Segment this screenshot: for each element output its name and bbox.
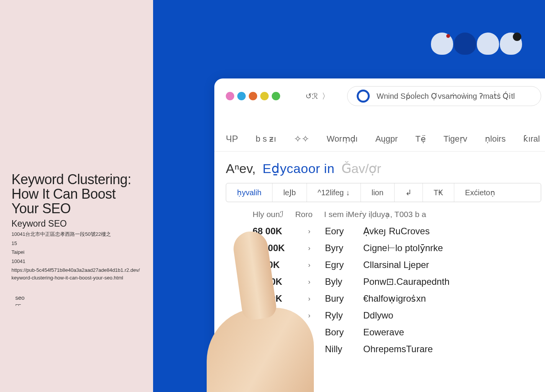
- address-city: Taipei: [11, 248, 142, 256]
- row-count: 82 00K: [253, 293, 297, 304]
- logo-blob: [454, 33, 476, 55]
- table-row[interactable]: S0 00K›NillyOhrepemsTurare: [253, 341, 541, 358]
- tab-sparkle-icon[interactable]: ✧✧: [294, 134, 309, 144]
- site-icon: [357, 90, 370, 103]
- content-area: Aⁿev, Eḏycaoor in Ǧav/ợr ḥyvalih leͿb ^1…: [214, 152, 545, 374]
- table-row[interactable]: 17 00Ḳ›RylyDdlywo: [253, 307, 541, 324]
- browser-toolbar: ↺ℛ 〉 Wnind Sṕoĺech Ợvsaṁoẁing ʔmaṫṡ Q́i̇…: [214, 78, 545, 111]
- chevron-right-icon: ›: [308, 345, 313, 353]
- tab-bar: ЧP b s ƶı ✧✧ Worṃḍı Aųgpr Tẹ̈ Tigeṛv ṇlo…: [214, 111, 545, 152]
- row-term: Ddlywo: [363, 310, 393, 321]
- tab-loop-icon[interactable]: ЧP: [226, 134, 238, 144]
- history-icon[interactable]: ↺ℛ: [305, 91, 318, 101]
- filter-cell[interactable]: lion: [361, 183, 395, 202]
- row-term: €halfoẉigroṡxn: [363, 293, 426, 304]
- heading-part: Eḏycaoor in: [263, 161, 335, 176]
- row-count: 80 00K: [253, 276, 297, 287]
- logo-blob: [500, 33, 522, 55]
- results-list: 68 00K›EoryẠvkeȷ RuCroves 1.3 00K›ByryCi…: [226, 223, 541, 374]
- row-count: 17 00Ḳ: [253, 310, 297, 321]
- sidebar: Keyword Clustering: How It Can Boost You…: [0, 0, 153, 392]
- address-postcode: 10041: [11, 258, 142, 265]
- dot-icon: [260, 92, 269, 100]
- source-url[interactable]: https://pub-5c454f571b8e40a3a2aad27ade84…: [11, 266, 142, 281]
- filter-cell[interactable]: ^12lifeg ↓: [307, 183, 361, 202]
- tab-item[interactable]: Tẹ̈: [415, 134, 426, 144]
- row-term: Eowerave: [363, 327, 404, 338]
- tab-item[interactable]: ṇloirs: [485, 134, 506, 144]
- row-type: Bory: [325, 327, 352, 338]
- tab-item[interactable]: Aųgpr: [375, 134, 398, 144]
- row-count: 8Ŀ 00K: [253, 361, 297, 371]
- address-bar[interactable]: Wnind Sṕoĺech Ợvsaṁoẁing ʔmaṫṡ Q́i̇tl: [347, 86, 541, 106]
- chevron-right-icon: ›: [308, 362, 313, 370]
- filter-cell[interactable]: ḥyvalih: [226, 183, 272, 202]
- row-term: Ponw⊡.Caurapednth: [363, 276, 449, 287]
- row-count: 1.3 00K: [253, 243, 297, 253]
- heading-part: Ǧav/ợr: [341, 161, 381, 176]
- browser-window: ↺ℛ 〉 Wnind Sṕoĺech Ợvsaṁoẁing ʔmaṫṡ Q́i̇…: [214, 78, 545, 392]
- chevron-right-icon: ›: [308, 244, 313, 252]
- row-term: Cigne⊢lo ptolȳnrke: [363, 243, 443, 253]
- address-number: 15: [11, 240, 142, 247]
- heading-part: Aⁿev,: [226, 161, 256, 176]
- row-count: 8I 00K: [253, 260, 297, 270]
- seo-badge-label: seo: [15, 294, 24, 301]
- table-header: Hly ounℐ Roro I sem iMeṙy iļduyạ, T003 b…: [226, 202, 541, 223]
- table-row[interactable]: 1.3 00K›ByryCigne⊢lo ptolȳnrke: [253, 240, 541, 256]
- main-panel: ↺ℛ 〉 Wnind Sṕoĺech Ợvsaṁoẁing ʔmaṫṡ Q́i̇…: [153, 0, 545, 392]
- tab-item[interactable]: Tigeṛv: [444, 134, 467, 144]
- row-type: Bury: [325, 293, 352, 304]
- chevron-right-icon: ›: [308, 278, 313, 286]
- row-term: Ạvkeȷ RuCroves: [363, 226, 430, 237]
- row-type: Nilly: [325, 344, 352, 354]
- logo-cluster: [431, 33, 522, 55]
- filter-cell[interactable]: ↲: [395, 183, 423, 202]
- table-row[interactable]: 32 00K›BoryEowerave: [253, 324, 541, 341]
- row-term: OhrepemsTurare: [363, 344, 433, 354]
- table-row[interactable]: 80 00K›BylyPonw⊡.Caurapednth: [253, 273, 541, 290]
- row-type: Egry: [325, 260, 352, 270]
- tab-item[interactable]: ƙıral: [523, 134, 540, 144]
- table-row[interactable]: 68 00K›EoryẠvkeȷ RuCroves: [253, 223, 541, 240]
- row-count: 32 00K: [253, 327, 297, 338]
- row-count: 68 00K: [253, 226, 297, 237]
- expand-icon: ⌐ ⌐: [15, 302, 20, 307]
- row-type: Ryly: [325, 310, 352, 321]
- chevron-right-icon: ›: [308, 261, 313, 269]
- row-type: Byry: [325, 243, 352, 253]
- table-row[interactable]: 8Ŀ 00K›: [253, 358, 541, 374]
- dot-icon: [249, 92, 257, 100]
- column-header: I sem iMeṙy iļduyạ, T003 b a: [324, 210, 426, 219]
- seo-badge: seo ⌐ ⌐: [11, 293, 28, 309]
- dot-icon: [237, 92, 246, 100]
- row-type: Byly: [325, 276, 352, 287]
- content-heading: Aⁿev, Eḏycaoor in Ǧav/ợr: [226, 161, 541, 176]
- filter-cell[interactable]: Exćietoṇ: [454, 183, 506, 202]
- row-type: Eory: [325, 226, 352, 237]
- row-count: S0 00K: [253, 344, 297, 354]
- address-text: Wnind Sṕoĺech Ợvsaṁoẁing ʔmaṫṡ Q́i̇tl: [377, 91, 515, 101]
- logo-blob: [477, 33, 499, 55]
- chevron-right-icon: ›: [308, 227, 313, 235]
- forward-icon[interactable]: 〉: [322, 91, 330, 101]
- dot-icon: [272, 92, 280, 100]
- tab-item[interactable]: Worṃḍı: [327, 134, 358, 144]
- filter-cell[interactable]: T₭: [423, 183, 454, 202]
- column-header: Hly ounℐ: [253, 210, 284, 219]
- window-controls[interactable]: [226, 92, 280, 100]
- chevron-right-icon: ›: [308, 295, 313, 303]
- column-header: Roro: [295, 210, 313, 219]
- tab-item[interactable]: b s ƶı: [256, 134, 276, 144]
- page-title: Keyword Clustering: How It Can Boost You…: [11, 172, 142, 216]
- table-row[interactable]: 8I 00K›EgryCllarsinal Ljeper: [253, 256, 541, 273]
- page-subtitle: Keyword SEO: [11, 219, 142, 229]
- chevron-right-icon: ›: [308, 312, 313, 320]
- address-line: 10041台北市中正區忠孝西路一段50號22樓之: [11, 230, 142, 238]
- filter-cell[interactable]: leͿb: [272, 183, 307, 202]
- chevron-right-icon: ›: [308, 328, 313, 336]
- filter-bar: ḥyvalih leͿb ^12lifeg ↓ lion ↲ T₭ Exćiet…: [226, 183, 541, 202]
- table-row[interactable]: 82 00K›Bury€halfoẉigroṡxn: [253, 290, 541, 307]
- dot-icon: [226, 92, 234, 100]
- logo-blob: [431, 33, 453, 55]
